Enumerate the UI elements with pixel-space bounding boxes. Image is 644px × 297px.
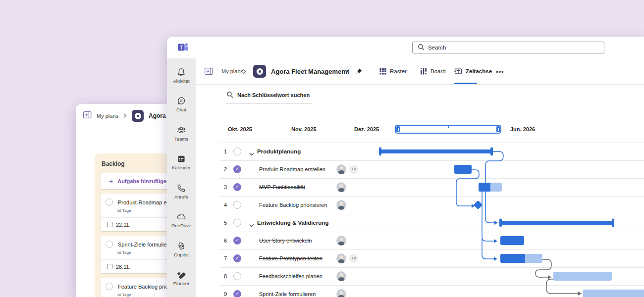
sidebar-item-kalender[interactable]: Kalender [167,149,196,175]
task-title: Feature Backlog priorisieren [118,284,167,290]
task-label[interactable]: MVP-Funktionalität [259,178,305,196]
teams-logo-icon[interactable]: T [177,42,189,55]
plan-title[interactable]: Agora Fleet Managememt [271,58,349,84]
tab-zeitachse[interactable]: Zeitachse [454,58,492,84]
breadcrumb-my-plans[interactable]: My plans [97,113,118,119]
task-row[interactable]: 7✓Feature-Prototypen testen+2 [196,249,644,267]
task-label[interactable]: Feature-Prototypen testen [259,249,322,267]
task-row[interactable]: 1Produktplanung [196,143,644,160]
breadcrumb-my-plans[interactable]: My plans [221,58,243,84]
planner-content: My plans Agora Fleet Managememt RasterBo… [196,58,644,297]
slider-right-handle[interactable] [496,126,500,132]
assignee-avatar[interactable] [336,182,346,194]
sidebar-item-onedrive[interactable]: OneDrive [167,207,196,233]
phone-icon [176,183,186,193]
task-checked-circle[interactable]: ✓ [233,165,241,173]
task-label[interactable]: Feature Backlog priorisieren [259,196,327,214]
timeline-range-slider[interactable] [395,125,501,134]
cloud-icon [176,212,186,222]
back-plan-title: Agora Fleet Managememt [149,112,167,119]
sidebar-item-label: OneDrive [171,223,191,228]
plan-icon [132,110,144,122]
assignee-avatar[interactable] [336,289,346,297]
task-label[interactable]: Sprint-Ziele formulieren [259,285,316,297]
people-icon [176,125,186,135]
back-plan-header: My plans Agora Fleet Managememt [76,104,167,128]
task-duration: 16 Tage [117,293,167,297]
sidebar-item-chat[interactable]: Chat [167,92,196,117]
more-tabs-button[interactable]: ••• [496,58,504,84]
assignee-avatar[interactable] [336,200,346,212]
sidebar-item-label: Aktivität [173,78,189,84]
task-row[interactable]: 2✓Produkt-Roadmap erstellen+2 [196,160,644,178]
pin-icon[interactable] [355,58,362,84]
pin-icon [355,68,362,75]
sidebar-item-label: Chat [176,107,186,112]
assignee-avatar[interactable] [336,253,346,265]
sidebar-item-teams[interactable]: Teams [167,120,196,146]
task-row[interactable]: 6✓User Story entwickeln [196,232,644,249]
chevron-down-icon[interactable] [344,58,350,84]
task-unchecked-circle[interactable] [233,148,241,155]
chevron-down-icon[interactable] [249,149,254,158]
teams-app-rail: AktivitätChatTeamsKalenderAnrufeOneDrive… [167,58,196,297]
search-icon [418,44,425,51]
task-label[interactable]: User Story entwickeln [259,232,312,249]
task-complete-circle[interactable] [106,198,113,206]
task-label[interactable]: Feedbackschleifen planen [259,267,322,285]
task-checked-circle[interactable]: ✓ [233,183,241,191]
task-label[interactable]: Produktplanung [257,143,301,160]
backlog-task-card[interactable]: Sprint-Ziele formulieren16 Tage28.11. [101,236,167,273]
search-icon [226,91,233,99]
tab-board[interactable]: Board [420,58,446,84]
task-complete-circle[interactable] [106,241,113,248]
sidebar-item-label: Planner [173,281,190,286]
sidebar-item-anrufe[interactable]: Anrufe [167,178,196,204]
assignee-avatar[interactable] [336,164,346,176]
task-row[interactable]: 3✓MVP-Funktionalität [196,178,644,196]
task-row[interactable]: 5Entwicklung & Validierung [196,214,644,232]
chat-icon [176,96,186,106]
rail-open-icon[interactable] [83,111,92,120]
add-task-button[interactable]: + Aufgabe hinzufügen [101,173,167,189]
teams-search-input[interactable]: Search [412,42,604,53]
plan-header: My plans Agora Fleet Managememt RasterBo… [196,58,644,85]
tab-raster[interactable]: Raster [379,58,407,84]
svg-text:T: T [180,45,183,50]
slider-left-handle[interactable] [396,126,400,132]
task-checked-circle[interactable]: ✓ [233,237,241,245]
assignee-avatar[interactable] [336,271,346,283]
task-complete-circle[interactable] [106,283,113,290]
date-checkbox[interactable] [107,264,112,269]
sidebar-item-planner[interactable]: Planner [167,265,196,291]
task-label[interactable]: Produkt-Roadmap erstellen [259,160,325,178]
assignee-avatar[interactable] [336,236,346,248]
rail-open-icon[interactable] [205,58,213,84]
tab-label: Raster [390,68,407,74]
task-row[interactable]: 9✓Sprint-Ziele formulieren [196,285,644,297]
chevron-down-icon[interactable] [249,221,254,230]
task-checked-circle[interactable]: ✓ [233,290,241,297]
chevron-right-icon [123,111,127,120]
chevron-down-icon [344,69,350,73]
task-unchecked-circle[interactable] [233,272,241,280]
task-label[interactable]: Entwicklung & Validierung [257,214,328,232]
timeline-icon [454,68,462,75]
task-date-row: 28.11. [101,259,167,273]
backlog-task-card[interactable]: Feature Backlog priorisieren16 Tage [101,278,167,297]
task-unchecked-circle[interactable] [233,219,241,227]
tab-label: Board [430,68,446,74]
task-title: Sprint-Ziele formulieren [118,242,167,248]
task-unchecked-circle[interactable] [233,201,241,209]
sidebar-item-aktivität[interactable]: Aktivität [167,62,196,88]
task-row[interactable]: 4Feature Backlog priorisieren [196,196,644,214]
task-checked-circle[interactable]: ✓ [233,254,241,262]
extra-assignees-badge[interactable]: +2 [349,254,358,263]
date-checkbox[interactable] [107,222,112,227]
keyword-search-input[interactable]: Nach Schlüsselwort suchen [226,91,312,104]
backlog-task-card[interactable]: Produkt-Roadmap erstellen16 Tage22.11. [101,194,167,231]
extra-assignees-badge[interactable]: +2 [349,165,358,174]
sidebar-item-copilot[interactable]: Copilot [167,236,196,262]
teams-titlebar: T Search [167,37,644,59]
task-row[interactable]: 8Feedbackschleifen planen [196,267,644,285]
